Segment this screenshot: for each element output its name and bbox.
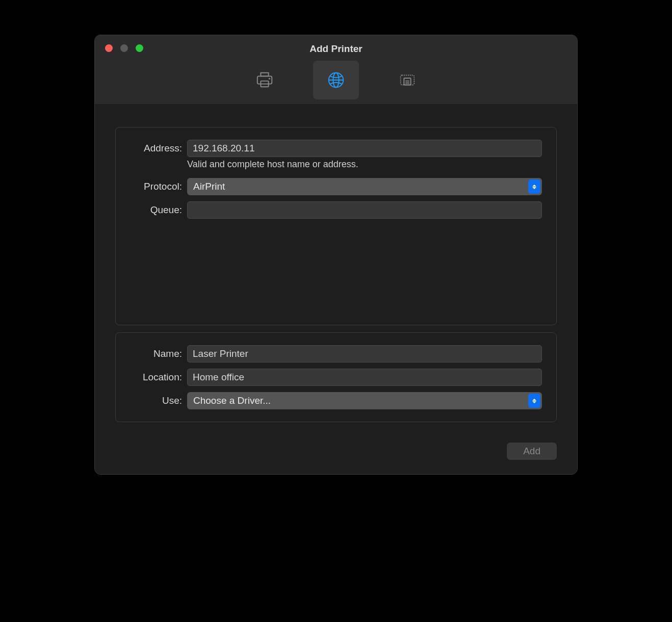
select-stepper-icon (528, 394, 540, 408)
protocol-value: AirPrint (193, 181, 225, 192)
connection-panel: Address: 192.168.20.11 Valid and complet… (115, 127, 557, 325)
titlebar: Add Printer (95, 35, 577, 105)
windows-printer-icon (398, 70, 417, 90)
default-tab[interactable] (242, 61, 288, 99)
queue-input[interactable] (187, 201, 542, 219)
advanced-tab[interactable] (384, 61, 430, 99)
protocol-select[interactable]: AirPrint (187, 178, 542, 195)
toolbar (95, 61, 577, 99)
name-label: Name: (126, 348, 182, 359)
protocol-label: Protocol: (126, 181, 182, 192)
content-area: Address: 192.168.20.11 Valid and complet… (95, 105, 577, 474)
select-stepper-icon (528, 179, 540, 194)
address-input[interactable]: 192.168.20.11 (187, 140, 542, 157)
globe-icon (326, 70, 346, 90)
address-label: Address: (126, 143, 182, 154)
queue-label: Queue: (126, 204, 182, 216)
address-hint: Valid and complete host name or address. (187, 159, 542, 170)
add-printer-window: Add Printer (94, 35, 578, 475)
svg-rect-1 (261, 73, 268, 76)
use-label: Use: (126, 395, 182, 406)
location-input[interactable]: Home office (187, 369, 542, 386)
footer: Add (115, 429, 557, 460)
identity-panel: Name: Laser Printer Location: Home offic… (115, 332, 557, 422)
use-value: Choose a Driver... (193, 395, 271, 406)
svg-point-3 (269, 78, 270, 80)
add-button[interactable]: Add (507, 443, 557, 460)
name-input[interactable]: Laser Printer (187, 345, 542, 362)
location-label: Location: (126, 372, 182, 383)
svg-rect-8 (404, 78, 410, 85)
ip-tab[interactable] (313, 61, 359, 99)
svg-rect-0 (257, 76, 272, 84)
window-title: Add Printer (95, 43, 577, 55)
printer-icon (255, 70, 274, 90)
use-select[interactable]: Choose a Driver... (187, 392, 542, 409)
